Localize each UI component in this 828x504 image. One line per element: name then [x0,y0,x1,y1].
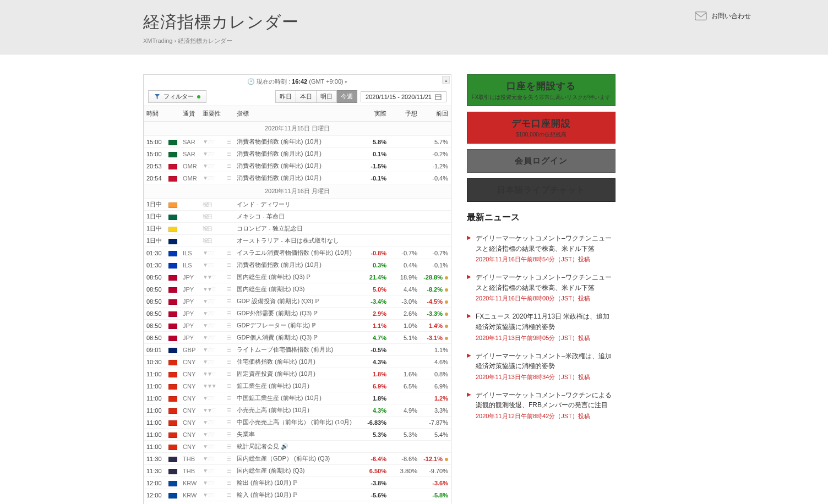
cell-expand-icon[interactable]: ☰ [224,247,234,259]
cell-forecast: 18.9% [389,271,420,283]
calendar-row[interactable]: 08:50JPY▼▽▽☰GDPデフレーター (前年比) ℙ1.1%1.0%1.4… [144,320,451,332]
cell-expand-icon[interactable]: ☰ [224,148,234,160]
cell-expand-icon[interactable]: ☰ [224,259,234,271]
calendar-row[interactable]: 08:50JPY▼▼▽☰国内総生産 (前期比) (Q3)5.0%4.4%-8.2… [144,283,451,295]
range-yesterday[interactable]: 昨日 [275,90,296,103]
filter-button[interactable]: フィルター [148,90,206,103]
calendar-row[interactable]: 01:30ILS▼▽▽☰消費者物価指数 (前月比) (10月)0.3%0.4%-… [144,259,451,271]
cell-expand-icon[interactable]: ☰ [224,308,234,320]
calendar-row[interactable]: 11:00CNY▼▽▽☰失業率5.3%5.3%5.4% [144,429,451,441]
news-item[interactable]: ▶デイリーマーケットコメント–米政権は、追加経済対策協議に消極的姿勢2020年1… [467,347,615,386]
cell-actual [358,211,389,223]
calendar-row[interactable]: 20:54OMR▼▽▽☰消費者物価指数 (前月比) (10月)-0.1%-0.4… [144,172,451,184]
cell-time: 20:54 [144,172,166,184]
calendar-row[interactable]: 08:50JPY▼▽▽☰GDP外部需要 (前期比) (Q3) ℙ2.9%2.6%… [144,308,451,320]
cell-expand-icon[interactable]: ☰ [224,380,234,392]
cell-time: 11:00 [144,429,166,441]
news-item[interactable]: ▶デイリーマーケットコメント–ワクチンニュースと経済指標の結果で株高、米ドル下落… [467,268,615,307]
cell-expand-icon[interactable]: ☰ [224,477,234,489]
scroll-up-icon[interactable]: ▴ [442,76,450,84]
calendar-row[interactable]: 12:00KRW▼▽▽☰貿易収支 (10月) ℙ5.83B5.98B [144,501,451,505]
calendar-row[interactable]: 08:50JPY▼▽▽☰GDP 設備投資 (前期比) (Q3) ℙ-3.4%-3… [144,295,451,308]
calendar-row[interactable]: 1日中祝日コロンビア - 独立記念日 [144,223,451,235]
news-item[interactable]: ▶デイリーマーケットコメント–ワクチンニュースと経済指標の結果で株高、米ドル下落… [467,229,615,268]
col-indicator[interactable]: 指標 [234,106,358,122]
calendar-row[interactable]: 11:00CNY▼▼▽☰固定資産投資 (前年比) (10月)1.8%1.6%0.… [144,368,451,380]
calendar-row[interactable]: 11:00CNY▼▼▼☰鉱工業生産 (前年比) (10月)6.9%6.5%6.9… [144,380,451,392]
cell-expand-icon[interactable]: ☰ [224,417,234,429]
cell-expand-icon[interactable]: ☰ [224,465,234,477]
cell-importance: ▼▽▽ [200,172,224,184]
col-time[interactable]: 時間 [144,106,166,122]
calendar-row[interactable]: 15:00SAR▼▽▽☰消費者物価指数 (前月比) (10月)0.1%-0.2% [144,148,451,160]
calendar-row[interactable]: 11:00CNY▼▼▽☰小売売上高 (前年比) (10月)4.3%4.9%3.3… [144,404,451,417]
calendar-row[interactable]: 08:50JPY▼▼▽☰国内総生産 (前年比) (Q3) ℙ21.4%18.9%… [144,271,451,283]
calendar-row[interactable]: 15:00SAR▼▽▽☰消費者物価指数 (前年比) (10月)5.8%5.7% [144,136,451,148]
range-thisweek[interactable]: 今週 [337,90,357,103]
cell-expand-icon[interactable]: ☰ [224,429,234,441]
calendar-row[interactable]: 01:30ILS▼▽▽☰イスラエル消費者物価指数 (前年比) (10月)-0.8… [144,247,451,259]
range-tomorrow[interactable]: 明日 [317,90,337,103]
breadcrumb-root[interactable]: XMTrading [143,37,172,44]
svg-rect-1 [435,95,441,100]
cell-previous: -3.1% [420,332,451,344]
calendar-row[interactable]: 11:00CNY▼▽▽☰統計局記者会見 🔊 [144,441,451,453]
calendar-row[interactable]: 11:30THB▼▽▽☰国内総生産（GDP） (前年比) (Q3)-6.4%-8… [144,453,451,465]
cell-expand-icon[interactable]: ☰ [224,404,234,417]
cell-currency: KRW [180,477,200,489]
cell-expand-icon[interactable]: ☰ [224,453,234,465]
col-previous[interactable]: 前回 [420,106,451,122]
clock-row[interactable]: 🕑 現在の時刻 : 16:42 (GMT +9:00) [144,75,451,87]
calendar-row[interactable]: 12:00KRW▼▽▽☰輸入 (前年比) (10月) ℙ-5.6%-5.8% [144,489,451,501]
cell-expand-icon[interactable]: ☰ [224,489,234,501]
range-today[interactable]: 本日 [296,90,317,103]
cell-expand-icon[interactable]: ☰ [224,283,234,295]
cell-currency: CNY [180,392,200,404]
calendar-row[interactable]: 08:50JPY▼▽▽☰GDP個人消費 (前期比) (Q3) ℙ4.7%5.1%… [144,332,451,344]
cell-expand-icon[interactable]: ☰ [224,295,234,308]
cell-forecast [389,501,420,505]
calendar-row[interactable]: 11:00CNY▼▽▽☰中国小売売上高（前年比） (前年比) (10月)-6.8… [144,417,451,429]
calendar-row[interactable]: 1日中祝日オーストラリア - 本日は株式取引なし [144,235,451,247]
demo-account-button[interactable]: デモ口座開設 $100,000の仮想残高 [467,112,615,144]
col-importance[interactable]: 重要性 [200,106,224,122]
live-chat-button[interactable]: 日本語ライブチャット [467,178,615,202]
cell-expand-icon[interactable]: ☰ [224,356,234,368]
calendar-row[interactable]: 09:01GBP▼▽▽☰ライトムーブ住宅価格指数 (前月比)-0.5%1.1% [144,344,451,356]
page-title: 経済指標カレンダー [143,11,299,34]
cell-flag-icon [166,172,180,184]
cell-expand-icon[interactable]: ☰ [224,160,234,172]
open-account-button[interactable]: 口座を開設する FX取引には投資元金を失う非常に高いリスクが伴います [467,74,615,106]
calendar-row[interactable]: 1日中祝日メキシコ - 革命日 [144,211,451,223]
cell-expand-icon[interactable]: ☰ [224,320,234,332]
cell-expand-icon[interactable]: ☰ [224,271,234,283]
news-item[interactable]: ▶デイリーマーケットコメント–ワクチンによる楽観的観測後退、FRBメンバーの発言… [467,386,615,425]
calendar-row[interactable]: 11:30THB▼▽▽☰国内総生産 (前期比) (Q3)6.50%3.80%-9… [144,465,451,477]
login-button[interactable]: 会員ログイン [467,149,615,173]
news-item[interactable]: ▶FXニュース 2020年11月13日 米政権は、追加経済対策協議に消極的姿勢2… [467,307,615,346]
cell-flag-icon [166,404,180,417]
cell-expand-icon[interactable]: ☰ [224,368,234,380]
contact-link[interactable]: お問い合わせ [695,11,751,21]
cell-expand-icon[interactable]: ☰ [224,136,234,148]
date-range-input[interactable]: 2020/11/15 - 2020/11/21 [361,91,446,102]
calendar-row[interactable]: 11:00CNY▼▽▽☰中国鉱工業生産 (前年比) (10月)1.8%1.2% [144,392,451,404]
col-forecast[interactable]: 予想 [389,106,420,122]
cell-expand-icon[interactable]: ☰ [224,441,234,453]
cell-importance: ▼▽▽ [200,332,224,344]
cell-sp [224,211,234,223]
cell-expand-icon[interactable]: ☰ [224,344,234,356]
calendar-toolbar: フィルター 昨日 本日 明日 今週 2020/11/15 - 2020/11/2… [144,87,451,106]
col-currency[interactable]: 通貨 [180,106,200,122]
calendar-row[interactable]: 20:53OMR▼▽▽☰消費者物価指数 (前年比) (10月)-1.5%-1.2… [144,160,451,172]
calendar-row[interactable]: 10:30CNY▼▽▽☰住宅価格指数 (前年比) (10月)4.3%4.6% [144,356,451,368]
calendar-row[interactable]: 1日中祝日インド - ディワーリ [144,199,451,211]
cell-expand-icon[interactable]: ☰ [224,392,234,404]
cell-expand-icon[interactable]: ☰ [224,332,234,344]
cell-previous: -12.1% [420,453,451,465]
cell-time: 11:00 [144,380,166,392]
cell-expand-icon[interactable]: ☰ [224,172,234,184]
cell-expand-icon[interactable]: ☰ [224,501,234,505]
col-actual[interactable]: 実際 [358,106,389,122]
calendar-row[interactable]: 12:00KRW▼▽▽☰輸出 (前年比) (10月) ℙ-3.8%-3.6% [144,477,451,489]
